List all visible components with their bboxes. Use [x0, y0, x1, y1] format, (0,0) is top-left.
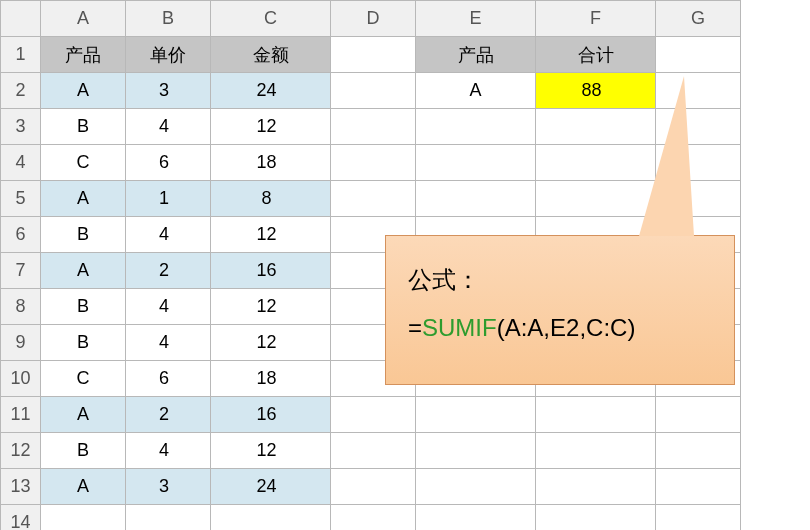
- row-header[interactable]: 3: [1, 109, 41, 145]
- cell-d1[interactable]: [331, 37, 416, 73]
- cell-a9[interactable]: B: [41, 325, 126, 361]
- cell-c7[interactable]: 16: [211, 253, 331, 289]
- col-header-g[interactable]: G: [656, 1, 741, 37]
- col-header-a[interactable]: A: [41, 1, 126, 37]
- cell-f2[interactable]: 88: [536, 73, 656, 109]
- cell-b12[interactable]: 4: [126, 433, 211, 469]
- col-header-e[interactable]: E: [416, 1, 536, 37]
- col-header-d[interactable]: D: [331, 1, 416, 37]
- cell-a8[interactable]: B: [41, 289, 126, 325]
- cell-d2[interactable]: [331, 73, 416, 109]
- cell-a7[interactable]: A: [41, 253, 126, 289]
- row-header[interactable]: 11: [1, 397, 41, 433]
- cell-a12[interactable]: B: [41, 433, 126, 469]
- cell-f1[interactable]: 合计: [536, 37, 656, 73]
- cell-c9[interactable]: 12: [211, 325, 331, 361]
- cell-b13[interactable]: 3: [126, 469, 211, 505]
- cell-c10[interactable]: 18: [211, 361, 331, 397]
- cell-b2[interactable]: 3: [126, 73, 211, 109]
- row-header[interactable]: 8: [1, 289, 41, 325]
- cell-a4[interactable]: C: [41, 145, 126, 181]
- cell-c12[interactable]: 12: [211, 433, 331, 469]
- cell-e1[interactable]: 产品: [416, 37, 536, 73]
- row-header[interactable]: 13: [1, 469, 41, 505]
- col-header-b[interactable]: B: [126, 1, 211, 37]
- cell-c13[interactable]: 24: [211, 469, 331, 505]
- callout-formula: =SUMIF(A:A,E2,C:C): [408, 304, 712, 352]
- cell-c4[interactable]: 18: [211, 145, 331, 181]
- row-header[interactable]: 1: [1, 37, 41, 73]
- cell-b5[interactable]: 1: [126, 181, 211, 217]
- cell-b4[interactable]: 6: [126, 145, 211, 181]
- formula-callout: 公式： =SUMIF(A:A,E2,C:C): [385, 235, 735, 385]
- cell-a1[interactable]: 产品: [41, 37, 126, 73]
- cell-a5[interactable]: A: [41, 181, 126, 217]
- cell-c3[interactable]: 12: [211, 109, 331, 145]
- cell-b8[interactable]: 4: [126, 289, 211, 325]
- row-header[interactable]: 4: [1, 145, 41, 181]
- cell-b9[interactable]: 4: [126, 325, 211, 361]
- cell-c6[interactable]: 12: [211, 217, 331, 253]
- select-all-corner[interactable]: [1, 1, 41, 37]
- row-header[interactable]: 5: [1, 181, 41, 217]
- cell-b3[interactable]: 4: [126, 109, 211, 145]
- cell-b1[interactable]: 单价: [126, 37, 211, 73]
- callout-label: 公式：: [408, 256, 712, 304]
- cell-a10[interactable]: C: [41, 361, 126, 397]
- formula-function: SUMIF: [422, 314, 497, 341]
- row-header[interactable]: 9: [1, 325, 41, 361]
- cell-e2[interactable]: A: [416, 73, 536, 109]
- col-header-f[interactable]: F: [536, 1, 656, 37]
- cell-c11[interactable]: 16: [211, 397, 331, 433]
- cell-a13[interactable]: A: [41, 469, 126, 505]
- cell-g1[interactable]: [656, 37, 741, 73]
- cell-c1[interactable]: 金额: [211, 37, 331, 73]
- row-header[interactable]: 10: [1, 361, 41, 397]
- cell-a6[interactable]: B: [41, 217, 126, 253]
- row-header[interactable]: 14: [1, 505, 41, 531]
- cell-b10[interactable]: 6: [126, 361, 211, 397]
- cell-b7[interactable]: 2: [126, 253, 211, 289]
- cell-c5[interactable]: 8: [211, 181, 331, 217]
- row-header[interactable]: 2: [1, 73, 41, 109]
- cell-a11[interactable]: A: [41, 397, 126, 433]
- row-header[interactable]: 7: [1, 253, 41, 289]
- cell-b6[interactable]: 4: [126, 217, 211, 253]
- row-header[interactable]: 12: [1, 433, 41, 469]
- col-header-c[interactable]: C: [211, 1, 331, 37]
- cell-a3[interactable]: B: [41, 109, 126, 145]
- cell-c8[interactable]: 12: [211, 289, 331, 325]
- cell-a2[interactable]: A: [41, 73, 126, 109]
- cell-b11[interactable]: 2: [126, 397, 211, 433]
- cell-c2[interactable]: 24: [211, 73, 331, 109]
- formula-args: (A:A,E2,C:C): [497, 314, 636, 341]
- formula-prefix: =: [408, 314, 422, 341]
- row-header[interactable]: 6: [1, 217, 41, 253]
